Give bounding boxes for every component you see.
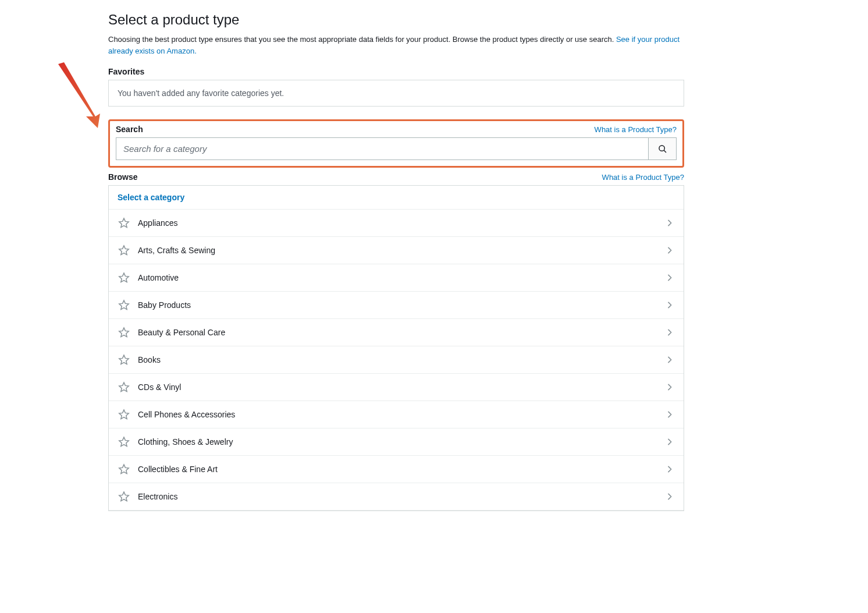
- star-icon[interactable]: [118, 354, 130, 366]
- chevron-right-icon: [665, 382, 674, 392]
- search-input[interactable]: [116, 137, 649, 160]
- category-label: CDs & Vinyl: [138, 382, 665, 392]
- chevron-right-icon: [665, 218, 674, 228]
- browse-heading: Browse: [108, 172, 138, 182]
- svg-marker-12: [119, 492, 129, 501]
- category-row[interactable]: Collectibles & Fine Art: [109, 456, 684, 483]
- chevron-right-icon: [665, 328, 674, 337]
- category-list[interactable]: AppliancesArts, Crafts & SewingAutomotiv…: [109, 210, 684, 511]
- chevron-right-icon: [665, 355, 674, 364]
- svg-marker-11: [119, 465, 129, 474]
- star-icon[interactable]: [118, 272, 130, 284]
- svg-marker-4: [119, 273, 129, 282]
- favorites-empty-box: You haven't added any favorite categorie…: [108, 80, 684, 107]
- star-icon[interactable]: [118, 436, 130, 448]
- category-label: Electronics: [138, 492, 665, 501]
- chevron-right-icon: [665, 492, 674, 501]
- category-label: Appliances: [138, 218, 665, 228]
- category-label: Collectibles & Fine Art: [138, 465, 665, 474]
- chevron-right-icon: [665, 465, 674, 474]
- category-label: Cell Phones & Accessories: [138, 410, 665, 419]
- category-row[interactable]: Appliances: [109, 210, 684, 237]
- search-heading: Search: [116, 125, 143, 134]
- svg-marker-8: [119, 382, 129, 392]
- chevron-right-icon: [665, 410, 674, 419]
- intro-text: Choosing the best product type ensures t…: [108, 35, 616, 44]
- category-row[interactable]: Cell Phones & Accessories: [109, 401, 684, 428]
- annotation-arrow: [52, 61, 111, 131]
- star-icon[interactable]: [118, 491, 130, 502]
- category-row[interactable]: Electronics: [109, 483, 684, 511]
- star-icon[interactable]: [118, 217, 130, 229]
- svg-marker-3: [119, 246, 129, 255]
- category-label: Automotive: [138, 273, 665, 282]
- star-icon[interactable]: [118, 463, 130, 475]
- star-icon[interactable]: [118, 381, 130, 393]
- category-row[interactable]: Baby Products: [109, 292, 684, 319]
- svg-marker-9: [119, 410, 129, 419]
- svg-marker-5: [119, 300, 129, 310]
- search-section-highlight: Search What is a Product Type?: [108, 119, 684, 168]
- star-icon[interactable]: [118, 327, 130, 338]
- select-category-header: Select a category: [109, 186, 684, 210]
- chevron-right-icon: [665, 273, 674, 282]
- search-button[interactable]: [649, 137, 677, 160]
- search-help-link[interactable]: What is a Product Type?: [595, 125, 677, 134]
- svg-marker-10: [119, 437, 129, 447]
- search-icon: [658, 144, 667, 154]
- star-icon[interactable]: [118, 245, 130, 256]
- category-label: Clothing, Shoes & Jewelry: [138, 437, 665, 447]
- star-icon[interactable]: [118, 299, 130, 311]
- page-title: Select a product type: [108, 12, 684, 28]
- category-row[interactable]: Clothing, Shoes & Jewelry: [109, 428, 684, 456]
- category-row[interactable]: Automotive: [109, 264, 684, 292]
- chevron-right-icon: [665, 437, 674, 447]
- browse-help-link[interactable]: What is a Product Type?: [602, 173, 684, 182]
- svg-line-1: [664, 150, 666, 153]
- category-row[interactable]: Arts, Crafts & Sewing: [109, 237, 684, 264]
- category-label: Beauty & Personal Care: [138, 328, 665, 337]
- browse-panel: Select a category AppliancesArts, Crafts…: [108, 185, 684, 511]
- star-icon[interactable]: [118, 409, 130, 420]
- category-row[interactable]: CDs & Vinyl: [109, 374, 684, 401]
- category-label: Baby Products: [138, 300, 665, 310]
- favorites-heading: Favorites: [108, 67, 684, 76]
- chevron-right-icon: [665, 246, 674, 255]
- svg-marker-2: [119, 218, 129, 228]
- category-row[interactable]: Books: [109, 346, 684, 374]
- category-label: Books: [138, 355, 665, 364]
- category-label: Arts, Crafts & Sewing: [138, 246, 665, 255]
- svg-marker-7: [119, 355, 129, 364]
- svg-marker-6: [119, 328, 129, 337]
- category-row[interactable]: Beauty & Personal Care: [109, 319, 684, 346]
- svg-point-0: [659, 146, 664, 151]
- chevron-right-icon: [665, 300, 674, 310]
- intro-paragraph: Choosing the best product type ensures t…: [108, 34, 684, 56]
